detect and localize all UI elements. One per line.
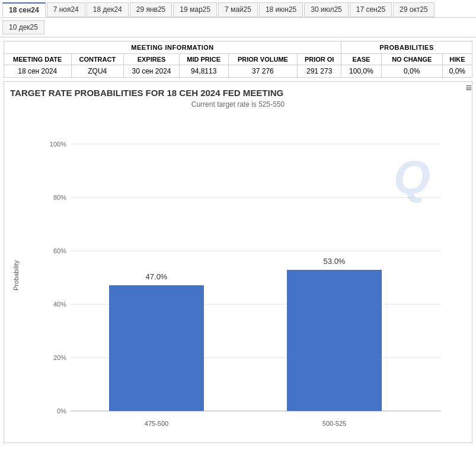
tab-29окт25[interactable]: 29 окт25	[393, 2, 435, 17]
cell-contract: ZQU4	[71, 65, 124, 78]
tab-29янв25[interactable]: 29 янв25	[130, 2, 172, 17]
svg-text:53.0%: 53.0%	[324, 257, 346, 266]
tab-18сен24[interactable]: 18 сен24	[2, 2, 46, 17]
cell-mid-price: 94,8113	[179, 65, 228, 78]
probabilities-table: EASE NO CHANGE HIKE 100,0% 0,0% 0,0%	[341, 54, 472, 77]
menu-icon[interactable]: ≡	[465, 82, 472, 94]
tab-18дек24[interactable]: 18 дек24	[87, 2, 129, 17]
tab-7ноя24[interactable]: 7 ноя24	[47, 2, 85, 17]
cell-no-change: 0,0%	[381, 65, 442, 78]
cell-prior-oi: 291 273	[298, 65, 341, 78]
cell-expires: 30 сен 2024	[124, 65, 180, 78]
tab-17сен25[interactable]: 17 сен25	[350, 2, 392, 17]
chart-svg: 100% 80% 60% 40% 20% 0% 4	[25, 114, 466, 435]
meeting-info-table: MEETING DATE CONTRACT EXPIRES MID PRICE …	[4, 54, 341, 77]
tabs-row-2: 10 дек25	[0, 18, 476, 37]
probabilities-header: PROBABILITIES	[341, 42, 472, 54]
prob-header-row: EASE NO CHANGE HIKE	[341, 54, 472, 65]
meeting-info-data-row: 18 сен 2024 ZQU4 30 сен 2024 94,8113 37 …	[4, 65, 341, 78]
svg-text:40%: 40%	[53, 301, 66, 308]
chart-inner: Q 100% 80% 60% 40% 20%	[25, 114, 466, 436]
probabilities-panel: PROBABILITIES EASE NO CHANGE HIKE 100,0%…	[341, 42, 472, 77]
meeting-info-panel: MEETING INFORMATION MEETING DATE CONTRAC…	[4, 42, 341, 77]
prob-data-row: 100,0% 0,0% 0,0%	[341, 65, 472, 78]
col-contract: CONTRACT	[71, 54, 124, 65]
svg-text:60%: 60%	[53, 247, 66, 254]
col-ease: EASE	[341, 54, 381, 65]
chart-container: TARGET RATE PROBABILITIES FOR 18 СЕН 202…	[4, 81, 472, 443]
col-mid-price: MID PRICE	[179, 54, 228, 65]
col-expires: EXPIRES	[124, 54, 180, 65]
tab-18июн25[interactable]: 18 июн25	[259, 2, 303, 17]
info-section: MEETING INFORMATION MEETING DATE CONTRAC…	[4, 41, 472, 78]
cell-prior-volume: 37 276	[228, 65, 298, 78]
col-prior-volume: PRIOR VOLUME	[228, 54, 298, 65]
chart-title: TARGET RATE PROBABILITIES FOR 18 СЕН 202…	[10, 88, 283, 98]
col-prior-oi: PRIOR OI	[298, 54, 341, 65]
col-no-change: NO CHANGE	[381, 54, 442, 65]
svg-text:20%: 20%	[53, 354, 66, 361]
cell-hike: 0,0%	[442, 65, 472, 78]
svg-text:47.0%: 47.0%	[146, 272, 168, 281]
tab-30июл25[interactable]: 30 июл25	[304, 2, 348, 17]
svg-text:100%: 100%	[50, 141, 66, 148]
col-meeting-date: MEETING DATE	[4, 54, 71, 65]
svg-text:500-525: 500-525	[322, 420, 346, 427]
chart-area: Probability Q 100% 80% 60% 40% 20%	[10, 114, 466, 436]
col-hike: HIKE	[442, 54, 472, 65]
meeting-info-header: MEETING INFORMATION	[4, 42, 341, 54]
tab-10дек25[interactable]: 10 дек25	[2, 20, 44, 34]
tab-19мар25[interactable]: 19 мар25	[173, 2, 217, 17]
meeting-info-header-row: MEETING DATE CONTRACT EXPIRES MID PRICE …	[4, 54, 341, 65]
tab-7май25[interactable]: 7 май25	[218, 2, 258, 17]
cell-meeting-date: 18 сен 2024	[4, 65, 71, 78]
chart-subtitle: Current target rate is 525-550	[10, 100, 466, 109]
svg-text:80%: 80%	[53, 194, 66, 201]
svg-text:0%: 0%	[57, 407, 66, 415]
svg-text:475-500: 475-500	[145, 420, 168, 427]
bar-475-500	[109, 285, 204, 411]
bar-500-525	[287, 270, 382, 411]
cell-ease: 100,0%	[341, 65, 381, 78]
y-axis-label: Probability	[10, 114, 22, 436]
tabs-row-1: 18 сен247 ноя2418 дек2429 янв2519 мар257…	[0, 0, 476, 18]
